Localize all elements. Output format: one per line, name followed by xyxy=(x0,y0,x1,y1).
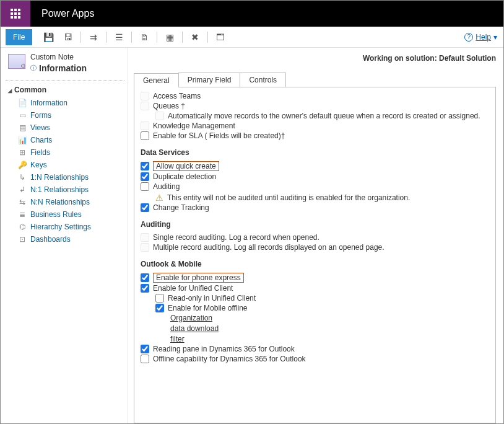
tree-item-dashboards[interactable]: ⊡Dashboards xyxy=(6,233,124,245)
single-audit-label: Single record auditing. Log a record whe… xyxy=(153,233,319,242)
org-link[interactable]: Organization xyxy=(170,313,489,324)
sla-checkbox[interactable] xyxy=(141,131,149,140)
file-button[interactable]: File xyxy=(6,29,32,45)
tab-body: Access Teams Queues † Automatically move… xyxy=(134,87,496,423)
tree-item-label: Fields xyxy=(30,148,50,157)
tree-item-1-n-relationships[interactable]: ↳1:N Relationships xyxy=(6,171,124,183)
auditing-label: Auditing xyxy=(153,182,180,191)
filter-link[interactable]: filter xyxy=(170,334,489,345)
tree-item-label: N:N Relationships xyxy=(30,198,90,206)
delete-icon[interactable]: ✖ xyxy=(188,30,202,45)
waffle-icon xyxy=(11,9,20,19)
tree-item-label: 1:N Relationships xyxy=(30,173,89,182)
tree-item-information[interactable]: 📄Information xyxy=(6,97,124,109)
left-panel: Custom Note ⓘ Information Common 📄Inform… xyxy=(1,48,124,423)
queues-checkbox[interactable] xyxy=(141,102,149,110)
unified-client-label: Enable for Unified Client xyxy=(153,284,233,293)
separator xyxy=(80,32,81,43)
tree-item-n-1-relationships[interactable]: ↲N:1 Relationships xyxy=(6,183,124,196)
app-title: Power Apps xyxy=(41,8,94,19)
section-outlook-mobile: Outlook & Mobile xyxy=(141,260,489,268)
tab-strip: General Primary Field Controls xyxy=(134,73,496,87)
queues-auto-label: Automatically move records to the owner'… xyxy=(168,112,480,120)
tab-general[interactable]: General xyxy=(134,73,179,87)
quick-create-checkbox[interactable] xyxy=(141,162,149,170)
publish-icon[interactable]: ⇉ xyxy=(86,30,101,45)
mobile-offline-checkbox[interactable] xyxy=(155,304,164,312)
readonly-uc-checkbox[interactable] xyxy=(155,294,164,303)
phone-express-checkbox[interactable] xyxy=(141,273,149,282)
offline-cap-checkbox[interactable] xyxy=(141,355,149,363)
queues-label: Queues † xyxy=(153,102,185,110)
tree-item-label: Dashboards xyxy=(30,235,71,244)
dup-checkbox[interactable] xyxy=(141,172,149,181)
queues-auto-checkbox[interactable] xyxy=(155,112,164,120)
tree-item-business-rules[interactable]: ≣Business Rules xyxy=(6,208,124,221)
multi-audit-label: Multiple record auditing. Log all record… xyxy=(153,243,385,252)
entity-header: Custom Note ⓘ Information xyxy=(6,53,124,74)
app-header: Power Apps xyxy=(1,1,503,27)
entity-icon xyxy=(8,54,25,69)
dup-label: Duplicate detection xyxy=(153,172,216,181)
tree-item-label: Keys xyxy=(30,161,47,169)
tree-item-n-n-relationships[interactable]: ⇆N:N Relationships xyxy=(6,196,124,208)
tree-item-views[interactable]: ▤Views xyxy=(6,121,124,134)
tree-item-icon: ≣ xyxy=(18,210,27,219)
quick-create-label: Allow quick create xyxy=(153,161,219,171)
section-auditing: Auditing xyxy=(141,220,489,229)
separator xyxy=(207,32,208,43)
mobile-offline-label: Enable for Mobile offline xyxy=(168,304,248,312)
tree-item-forms[interactable]: ▭Forms xyxy=(6,109,124,121)
tree-item-label: Views xyxy=(30,123,50,132)
phone-express-label: Enable for phone express xyxy=(153,273,244,283)
separator xyxy=(182,32,183,43)
working-on-label: Working on solution: Default Solution xyxy=(134,54,496,63)
km-checkbox[interactable] xyxy=(141,121,149,130)
save-close-icon[interactable]: 🖫 xyxy=(61,30,76,45)
tree-section-common[interactable]: Common xyxy=(6,83,124,97)
entity-name: Custom Note xyxy=(30,53,87,63)
update-icons-icon[interactable]: 🗔 xyxy=(213,30,228,45)
unified-client-checkbox[interactable] xyxy=(141,284,149,293)
access-teams-label: Access Teams xyxy=(153,92,201,100)
data-download-link[interactable]: data download xyxy=(170,324,489,334)
tree-item-icon: 📊 xyxy=(18,136,27,144)
single-audit-checkbox[interactable] xyxy=(141,233,149,242)
readonly-uc-label: Read-only in Unified Client xyxy=(168,294,256,303)
separator xyxy=(131,32,132,43)
tree-item-hierarchy-settings[interactable]: ⌬Hierarchy Settings xyxy=(6,221,124,233)
entity-subtitle: Information xyxy=(39,63,87,74)
audit-warning: ⚠This entity will not be audited until a… xyxy=(141,193,489,203)
tree-item-icon: ⊞ xyxy=(18,148,27,157)
help-icon: ? xyxy=(464,33,473,42)
help-link[interactable]: ? Help ▾ xyxy=(464,33,497,42)
tree-item-icon: ▭ xyxy=(18,111,27,120)
change-track-checkbox[interactable] xyxy=(141,203,149,212)
reading-pane-checkbox[interactable] xyxy=(141,345,149,353)
toolbar: File 💾 🖫 ⇉ ☰ 🗎 ▦ ✖ 🗔 ? Help ▾ xyxy=(1,27,503,48)
save-icon[interactable]: 💾 xyxy=(41,30,56,45)
grid-icon[interactable]: ▦ xyxy=(162,30,177,45)
multi-audit-checkbox[interactable] xyxy=(141,243,149,252)
tree-item-charts[interactable]: 📊Charts xyxy=(6,134,124,146)
tree-item-icon: ↳ xyxy=(18,173,27,182)
tab-primary-field[interactable]: Primary Field xyxy=(178,73,241,87)
right-panel: Working on solution: Default Solution Ge… xyxy=(127,48,503,423)
waffle-button[interactable] xyxy=(1,1,30,27)
auditing-checkbox[interactable] xyxy=(141,182,149,191)
access-teams-checkbox[interactable] xyxy=(141,92,149,100)
show-dep-icon[interactable]: ☰ xyxy=(111,30,126,45)
tree-item-icon: ⌬ xyxy=(18,223,27,231)
tree-item-icon: ⊡ xyxy=(18,235,27,244)
managed-props-icon[interactable]: 🗎 xyxy=(137,30,152,45)
tab-controls[interactable]: Controls xyxy=(240,73,286,87)
tree-item-label: Business Rules xyxy=(30,210,82,219)
tree-item-icon: 📄 xyxy=(18,99,27,107)
tree-item-label: Charts xyxy=(30,136,52,144)
tree-item-label: Information xyxy=(30,99,67,107)
tree-item-label: Forms xyxy=(30,111,51,120)
separator xyxy=(157,32,157,43)
info-icon: ⓘ xyxy=(30,64,37,72)
tree-item-keys[interactable]: 🔑Keys xyxy=(6,159,124,171)
tree-item-fields[interactable]: ⊞Fields xyxy=(6,146,124,159)
